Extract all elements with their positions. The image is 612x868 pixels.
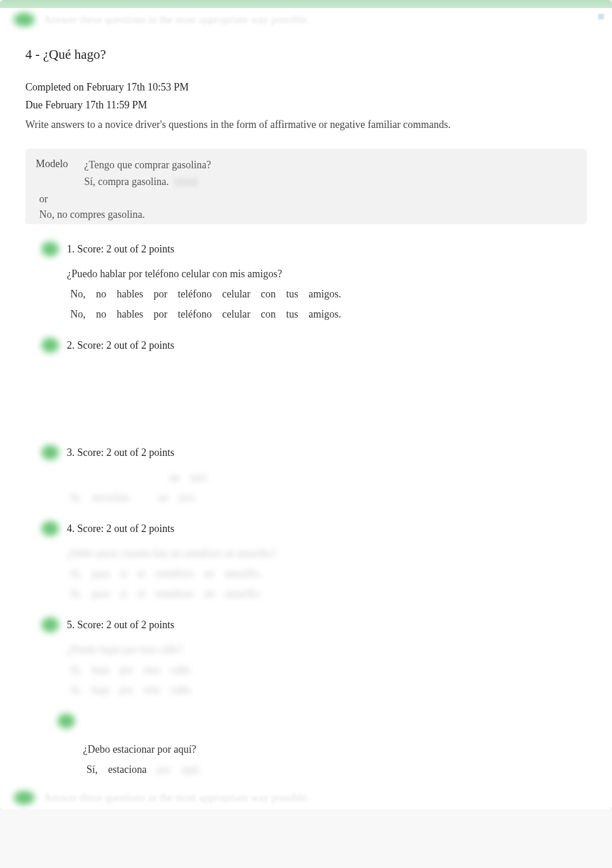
answer-line: Sí,bajaporestacalle. <box>70 684 587 696</box>
answer-word: amigos. <box>308 308 341 320</box>
final-answer-line: Sí,estacionaporaquí. <box>86 764 587 776</box>
answer-word: para <box>92 568 110 580</box>
question-score: 5. Score: 2 out of 2 points <box>67 619 175 631</box>
question-block: 2. Score: 2 out of 2 points <box>25 338 587 428</box>
due-date: Due February 17th 11:59 PM <box>25 96 587 114</box>
instructions: Write answers to a novice driver's quest… <box>25 116 587 134</box>
answer-word: No, <box>70 308 86 320</box>
answer-word: no <box>96 288 107 300</box>
correct-icon <box>41 521 59 536</box>
answer-word-blurred: por <box>157 764 171 776</box>
question-header: 3. Score: 2 out of 2 points <box>41 445 587 460</box>
answer-word: si <box>120 568 127 580</box>
answer-word: hables <box>117 288 143 300</box>
answer-word: Sí, <box>70 684 82 696</box>
banner-icon <box>14 791 35 805</box>
answer-word: amarillo. <box>225 568 262 580</box>
answer-word: si <box>120 588 127 600</box>
answer-word: semáforo <box>156 568 194 580</box>
question-score: 3. Score: 2 out of 2 points <box>67 447 175 459</box>
correct-icon <box>41 338 59 353</box>
page-title: 4 - ¿Qué hago? <box>25 47 587 62</box>
answer-word: baja <box>92 684 109 696</box>
answer-word: necesitas <box>92 492 130 504</box>
question-block: 1. Score: 2 out of 2 points¿Puedo hablar… <box>25 241 587 320</box>
answer-word: amarillo. <box>225 588 262 600</box>
answer-word <box>139 492 148 504</box>
modelo-negative: No, no compres gasolina. <box>39 209 145 220</box>
bottom-banner: Answer these questions in the most appro… <box>0 786 612 809</box>
banner-text: Answer these questions in the most appro… <box>44 14 309 26</box>
answer-line: No,nohablesporteléfonocelularcontusamigo… <box>70 288 587 300</box>
answer-word: con <box>260 308 275 320</box>
activity-meta: Completed on February 17th 10:53 PM Due … <box>25 78 587 134</box>
answer-word: en <box>205 588 214 600</box>
answer-word: Sí, <box>70 568 82 580</box>
completed-on: Completed on February 17th 10:53 PM <box>25 78 587 96</box>
answer-line: No,nohablesporteléfonocelularcontusamigo… <box>70 308 587 320</box>
answer-word: tus <box>286 288 298 300</box>
answer-word: Sí, <box>70 588 82 600</box>
answer-word: tus <box>286 308 298 320</box>
answer-word: teléfono <box>177 308 211 320</box>
question-header: 1. Score: 2 out of 2 points <box>41 241 587 256</box>
answer-word: teléfono <box>177 288 211 300</box>
question-block: 3. Score: 2 out of 2 pointsuntaxi.Sí,nec… <box>25 445 587 504</box>
answer-word: semáforo <box>156 588 194 600</box>
final-question: ¿Debo estacionar por aquí? Sí,estacionap… <box>16 714 612 779</box>
question-block: 5. Score: 2 out of 2 points¿Puedo bajar … <box>25 617 587 696</box>
answer-word: por <box>120 684 134 696</box>
banner-text: Answer these questions in the most appro… <box>44 792 309 804</box>
modelo-question: ¿Tengo que comprar gasolina? <box>84 157 211 173</box>
modelo-box: Modelo ¿Tengo que comprar gasolina? Sí, … <box>25 149 587 225</box>
answer-line: Sí,bajaporestacalle. <box>70 664 587 676</box>
banner-icon <box>14 13 35 27</box>
correct-icon <box>58 714 75 729</box>
question-header: 4. Score: 2 out of 2 points <box>41 521 587 536</box>
question-score: 1. Score: 2 out of 2 points <box>67 243 175 255</box>
answer-word: para <box>92 588 110 600</box>
answer-word: un <box>158 492 168 504</box>
answer-word: celular <box>222 308 250 320</box>
blurred-fragment <box>175 178 198 186</box>
question-prompt: ¿Puedo hablar por teléfono celular con m… <box>67 268 587 280</box>
question-block: 4. Score: 2 out of 2 points¿Debo parar c… <box>25 521 587 600</box>
answer-word: no <box>96 308 107 320</box>
correct-icon <box>41 617 59 632</box>
question-header: 5. Score: 2 out of 2 points <box>41 617 587 632</box>
answer-word: baja <box>92 664 109 676</box>
answer-word: el <box>138 568 145 580</box>
answer-word: celular <box>222 288 250 300</box>
answer-word: Sí, <box>86 764 98 776</box>
modelo-affirmative: Sí, compra gasolina. <box>84 176 169 187</box>
answer-word: el <box>138 588 145 600</box>
top-accent-bar <box>0 0 612 8</box>
answer-line: Sí,parasielsemáforoenamarillo. <box>70 588 587 600</box>
question-prompt: ¿Puedo bajar por esta calle? <box>67 644 587 656</box>
question-score: 4. Score: 2 out of 2 points <box>67 523 175 535</box>
modelo-or: or <box>39 193 576 205</box>
answer-word: amigos. <box>308 288 341 300</box>
questions-container: 1. Score: 2 out of 2 points¿Puedo hablar… <box>0 230 612 696</box>
question-prompt: ¿Debo parar cuando hay un semáforo en am… <box>67 548 587 560</box>
final-prompt: ¿Debo estacionar por aquí? <box>83 744 587 756</box>
correct-icon <box>41 445 59 460</box>
top-banner: Answer these questions in the most appro… <box>0 8 612 31</box>
answer-line: Sí,parasielsemáforoenamarillo. <box>70 568 587 580</box>
answer-word: por <box>120 664 134 676</box>
answer-word: taxi. <box>179 492 197 504</box>
answer-word: un <box>169 471 180 484</box>
answer-line: untaxi. <box>169 471 587 484</box>
answer-word: en <box>205 568 214 580</box>
answer-word: calle. <box>170 684 192 696</box>
answer-word: Sí, <box>70 492 82 504</box>
answer-word: con <box>260 288 275 300</box>
answer-word: hables <box>117 308 143 320</box>
answer-word: esta <box>144 684 160 696</box>
answer-word: Sí, <box>70 664 82 676</box>
question-score: 2. Score: 2 out of 2 points <box>67 339 175 352</box>
answer-word-blurred: aquí. <box>181 764 202 776</box>
answer-word: calle. <box>170 664 192 676</box>
answer-word: taxi. <box>190 471 209 484</box>
answer-word: por <box>153 308 167 320</box>
